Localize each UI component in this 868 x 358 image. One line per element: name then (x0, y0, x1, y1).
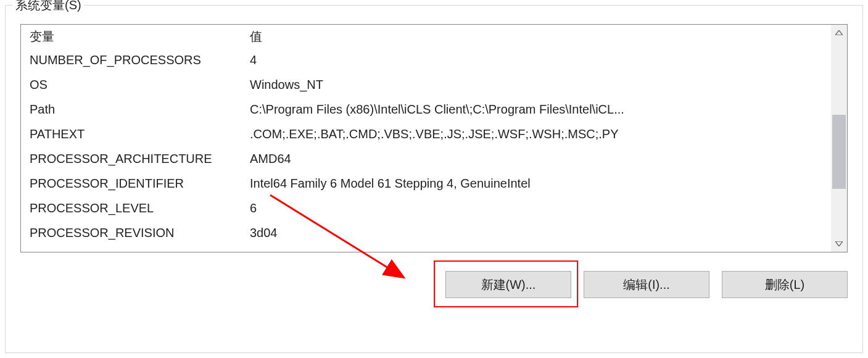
vertical-scrollbar[interactable] (831, 25, 847, 252)
variable-value-cell: C:\Program Files (x86)\Intel\iCLS Client… (246, 102, 831, 117)
scroll-up-arrow-icon[interactable] (831, 25, 847, 41)
variable-value-cell: Intel64 Family 6 Model 61 Stepping 4, Ge… (246, 177, 831, 191)
buttons-row: 新建(W)... 编辑(I)... 删除(L) (445, 271, 848, 298)
variable-value-cell: 3d04 (246, 226, 831, 240)
variable-name-cell: PATHEXT (21, 127, 246, 141)
table-row[interactable]: PROCESSOR_REVISION3d04 (21, 220, 831, 245)
new-button[interactable]: 新建(W)... (445, 271, 571, 298)
variables-list-content: 变量 值 NUMBER_OF_PROCESSORS4OSWindows_NTPa… (21, 25, 831, 252)
table-row[interactable]: OSWindows_NT (21, 72, 831, 97)
list-header: 变量 值 (21, 25, 831, 48)
delete-button[interactable]: 删除(L) (722, 271, 848, 298)
group-title: 系统变量(S) (13, 0, 84, 14)
variable-name-cell: NUMBER_OF_PROCESSORS (21, 53, 246, 67)
variable-name-cell: PROCESSOR_ARCHITECTURE (21, 152, 246, 166)
edit-button[interactable]: 编辑(I)... (584, 271, 709, 298)
table-row[interactable]: PATHEXT.COM;.EXE;.BAT;.CMD;.VBS;.VBE;.JS… (21, 122, 831, 146)
variable-name-cell: OS (21, 78, 246, 92)
variable-value-cell: AMD64 (246, 152, 831, 166)
scroll-thumb[interactable] (832, 115, 846, 189)
system-variables-group: 系统变量(S) 变量 值 NUMBER_OF_PROCESSORS4OSWind… (5, 5, 863, 353)
scroll-down-arrow-icon[interactable] (831, 236, 847, 252)
table-row[interactable]: NUMBER_OF_PROCESSORS4 (21, 48, 831, 72)
variables-listview[interactable]: 变量 值 NUMBER_OF_PROCESSORS4OSWindows_NTPa… (20, 24, 848, 252)
variable-name-cell: PROCESSOR_REVISION (21, 226, 246, 240)
table-row[interactable]: PROCESSOR_LEVEL6 (21, 196, 831, 220)
table-row[interactable]: PROCESSOR_ARCHITECTUREAMD64 (21, 146, 831, 171)
column-header-value[interactable]: 值 (246, 28, 831, 45)
variable-value-cell: Windows_NT (246, 78, 831, 92)
table-row[interactable]: PathC:\Program Files (x86)\Intel\iCLS Cl… (21, 97, 831, 122)
variable-name-cell: PROCESSOR_IDENTIFIER (21, 177, 246, 191)
list-body: NUMBER_OF_PROCESSORS4OSWindows_NTPathC:\… (21, 48, 831, 245)
variable-name-cell: PROCESSOR_LEVEL (21, 201, 246, 215)
variable-value-cell: 6 (246, 201, 831, 215)
variable-value-cell: .COM;.EXE;.BAT;.CMD;.VBS;.VBE;.JS;.JSE;.… (246, 127, 831, 141)
variable-value-cell: 4 (246, 53, 831, 67)
table-row[interactable]: PROCESSOR_IDENTIFIERIntel64 Family 6 Mod… (21, 171, 831, 196)
variable-name-cell: Path (21, 102, 246, 117)
column-header-name[interactable]: 变量 (21, 28, 246, 45)
scroll-track[interactable] (831, 41, 847, 236)
